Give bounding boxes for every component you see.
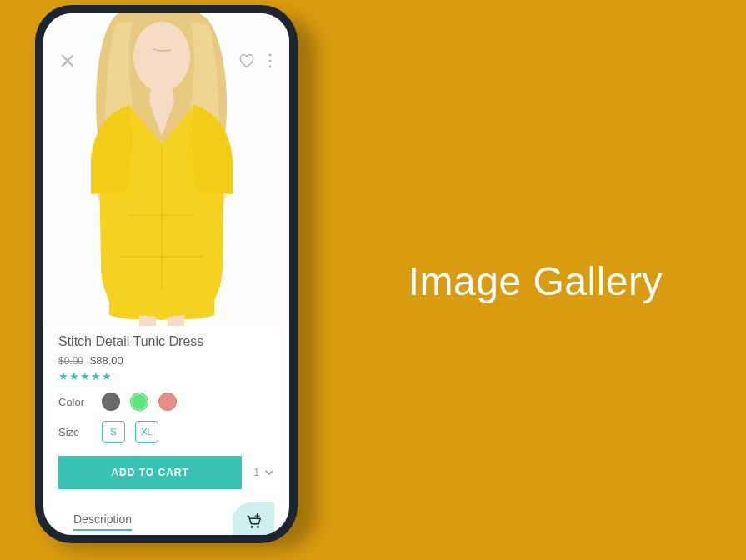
rating-stars[interactable]: ★★★★★ bbox=[58, 370, 274, 382]
size-option-xl[interactable]: XL bbox=[135, 421, 158, 442]
cart-row: ADD TO CART 1 bbox=[58, 456, 274, 489]
cart-fab-button[interactable] bbox=[233, 502, 274, 535]
more-menu-button[interactable] bbox=[268, 52, 273, 69]
chevron-down-icon bbox=[264, 468, 274, 478]
color-row: Color bbox=[58, 392, 274, 411]
phone-screen: Stitch Detail Tunic Dress $0.00 $88.00 ★… bbox=[43, 13, 289, 535]
topbar bbox=[43, 52, 289, 70]
product-details: Stitch Detail Tunic Dress $0.00 $88.00 ★… bbox=[43, 326, 289, 535]
svg-point-5 bbox=[268, 65, 271, 68]
add-to-cart-button[interactable]: ADD TO CART bbox=[58, 456, 242, 489]
price-current: $88.00 bbox=[90, 354, 123, 367]
color-swatch-green[interactable] bbox=[130, 392, 148, 411]
price-row: $0.00 $88.00 bbox=[58, 354, 274, 367]
size-option-s[interactable]: S bbox=[102, 421, 125, 442]
size-row: Size S XL bbox=[58, 421, 274, 442]
color-swatch-rose[interactable] bbox=[158, 392, 177, 411]
color-swatch-grey[interactable] bbox=[102, 392, 120, 411]
price-old: $0.00 bbox=[58, 355, 83, 367]
svg-point-4 bbox=[268, 59, 271, 62]
page-title: Image Gallery bbox=[408, 258, 663, 304]
size-label: Size bbox=[58, 426, 92, 438]
product-title: Stitch Detail Tunic Dress bbox=[58, 334, 274, 349]
svg-point-8 bbox=[257, 526, 259, 528]
svg-point-7 bbox=[251, 526, 253, 528]
cart-plus-icon bbox=[244, 512, 263, 531]
color-label: Color bbox=[58, 396, 92, 408]
bottom-bar: Description bbox=[58, 494, 274, 535]
phone-frame: Stitch Detail Tunic Dress $0.00 $88.00 ★… bbox=[35, 5, 298, 543]
close-button[interactable] bbox=[60, 53, 75, 68]
favorite-button[interactable] bbox=[238, 52, 256, 70]
quantity-stepper[interactable]: 1 bbox=[253, 467, 274, 478]
svg-point-3 bbox=[268, 53, 271, 56]
quantity-value: 1 bbox=[253, 467, 259, 478]
tab-description[interactable]: Description bbox=[73, 512, 132, 531]
